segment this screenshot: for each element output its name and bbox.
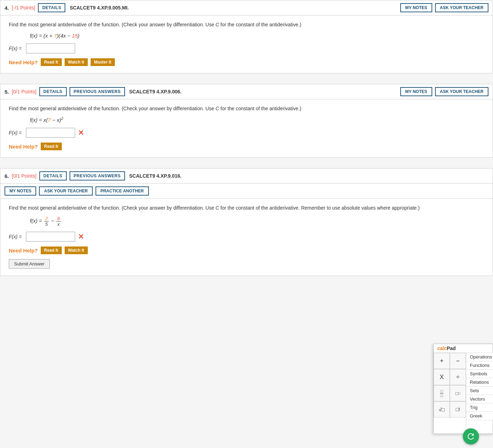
q4-problem-text: Find the most general antiderivative of … <box>9 21 484 28</box>
q5-header: 5. [0/1 Points] DETAILS PREVIOUS ANSWERS… <box>0 84 493 99</box>
q5-body: Find the most general antiderivative of … <box>0 99 493 157</box>
q5-function: f(x) = x(7 − x)2 <box>30 117 484 123</box>
q5-prev-answers-button[interactable]: PREVIOUS ANSWERS <box>70 87 125 96</box>
q6-submit-button[interactable]: Submit Answer <box>9 259 50 269</box>
q5-need-help-label: Need Help? <box>9 144 38 150</box>
q6-points: [0/1 Points] <box>12 173 37 179</box>
q5-details-button[interactable]: DETAILS <box>39 87 67 96</box>
q5-ask-teacher-button[interactable]: ASK YOUR TEACHER <box>435 87 488 96</box>
q6-read-it-button[interactable]: Read It <box>41 246 62 254</box>
q4-need-help-label: Need Help? <box>9 59 38 65</box>
question-5: 5. [0/1 Points] DETAILS PREVIOUS ANSWERS… <box>0 84 493 158</box>
q4-code: SCALCET9 4.XP.9.005.MI. <box>70 5 397 11</box>
q6-answer-row: F(x) = ✕ <box>9 232 484 242</box>
q4-answer-label: F(x) = <box>9 46 22 51</box>
q6-my-notes-button[interactable]: MY NOTES <box>5 186 36 196</box>
q5-my-notes-button[interactable]: MY NOTES <box>400 87 432 96</box>
q6-need-help-row: Need Help? Read It Watch It <box>9 246 484 254</box>
q6-watch-it-button[interactable]: Watch It <box>65 246 88 254</box>
q6-fraction1: 2 5 <box>44 216 49 227</box>
q5-answer-row: F(x) = ✕ <box>9 128 484 138</box>
q6-problem-text: Find the most general antiderivative of … <box>9 204 484 212</box>
q6-details-button[interactable]: DETAILS <box>39 171 67 180</box>
q5-need-help-row: Need Help? Read It <box>9 143 484 150</box>
q6-answer-label: F(x) = <box>9 234 22 239</box>
q4-master-it-button[interactable]: Master It <box>91 58 115 66</box>
q4-details-button[interactable]: DETAILS <box>38 3 65 12</box>
q5-points: [0/1 Points] <box>12 89 37 94</box>
q6-fraction2: 8 x <box>56 216 61 227</box>
q6-function: f(x) = 2 5 − 8 x <box>30 216 484 227</box>
q6-ask-teacher-button[interactable]: ASK YOUR TEACHER <box>39 186 92 196</box>
q5-answer-input[interactable] <box>26 128 75 138</box>
q6-practice-button[interactable]: PRACTICE ANOTHER <box>96 186 149 196</box>
q4-header: 4. [-/1 Points] DETAILS SCALCET9 4.XP.9.… <box>0 0 493 15</box>
q5-number: 5. <box>5 89 9 95</box>
q6-code: SCALCET9 4.XP.9.016. <box>129 173 488 179</box>
q5-code: SCALCET9 4.XP.9.006. <box>129 89 397 94</box>
q4-watch-it-button[interactable]: Watch It <box>65 58 88 66</box>
q6-header: 6. [0/1 Points] DETAILS PREVIOUS ANSWERS… <box>0 169 493 184</box>
q6-answer-input[interactable] <box>26 232 75 242</box>
q6-prev-answers-button[interactable]: PREVIOUS ANSWERS <box>70 171 125 180</box>
q4-my-notes-button[interactable]: MY NOTES <box>400 3 432 12</box>
q6-body: Find the most general antiderivative of … <box>0 199 493 276</box>
q6-wrong-mark: ✕ <box>78 232 84 241</box>
q4-number: 4. <box>5 5 9 11</box>
q6-header-row2: MY NOTES ASK YOUR TEACHER PRACTICE ANOTH… <box>0 184 493 199</box>
q5-wrong-mark: ✕ <box>78 129 84 137</box>
q4-answer-input[interactable] <box>26 44 75 53</box>
q5-answer-label: F(x) = <box>9 130 22 136</box>
q5-read-it-button[interactable]: Read It <box>41 143 62 150</box>
question-4: 4. [-/1 Points] DETAILS SCALCET9 4.XP.9.… <box>0 0 493 73</box>
q5-problem-text: Find the most general antiderivative of … <box>9 105 484 112</box>
q4-answer-row: F(x) = <box>9 44 484 53</box>
q4-function: f(x) = (x + 7)(4x − 15) <box>30 33 484 39</box>
question-6: 6. [0/1 Points] DETAILS PREVIOUS ANSWERS… <box>0 168 493 276</box>
q6-number: 6. <box>5 173 9 179</box>
q4-body: Find the most general antiderivative of … <box>0 15 493 73</box>
q6-need-help-label: Need Help? <box>9 248 38 253</box>
q4-ask-teacher-button[interactable]: ASK YOUR TEACHER <box>435 3 488 12</box>
q4-read-it-button[interactable]: Read It <box>41 58 62 66</box>
q4-points: [-/1 Points] <box>12 5 35 11</box>
q4-need-help-row: Need Help? Read It Watch It Master It <box>9 58 484 66</box>
